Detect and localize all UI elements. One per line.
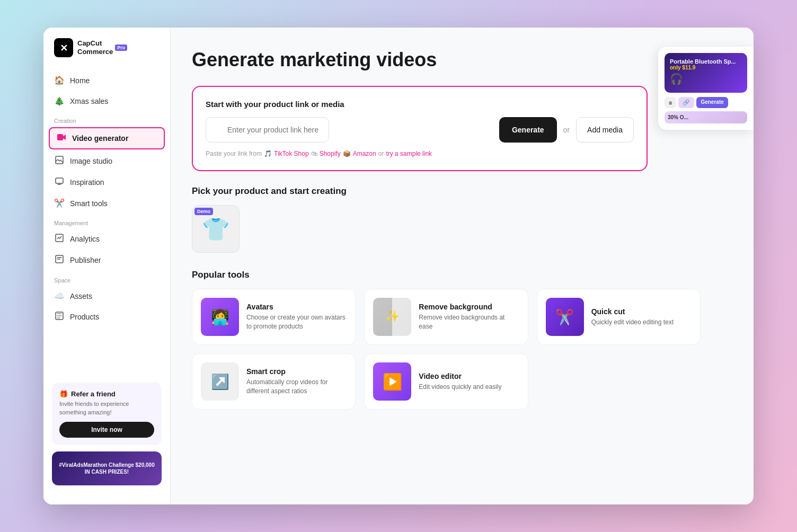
paste-hint: Paste your link from 🎵 TikTok Shop 🛍 Sho… xyxy=(206,150,634,157)
panel-action-row: ≡ 🔗 Generate xyxy=(665,97,747,108)
tool-card-video-editor[interactable]: ▶️ Video editor Edit videos quickly and … xyxy=(364,353,528,410)
panel-list-icon: ≡ xyxy=(665,97,676,108)
refer-description: Invite friends to experience something a… xyxy=(59,400,154,416)
sidebar-item-label: Publisher xyxy=(70,256,101,264)
tool-thumb-quickcut: ✂️ xyxy=(546,298,584,336)
sidebar-item-image-studio[interactable]: Image studio xyxy=(43,150,170,172)
tool-thumb-removebg: ✨ xyxy=(373,298,411,336)
product-grid: Demo 👕 xyxy=(192,205,732,253)
sidebar-item-smart-tools[interactable]: ✂️ Smart tools xyxy=(43,193,170,214)
nav-section-creation: Creation xyxy=(43,111,170,126)
sidebar: ✕ CapCutCommerce Pro 🏠 Home 🎄 Xmas sales… xyxy=(43,28,171,504)
panel-ad-top: Portable Bluetooth Sp... only $11.9 🎧 xyxy=(665,53,747,93)
sidebar-item-inspiration[interactable]: Inspiration xyxy=(43,172,170,193)
refer-card: 🎁 Refer a friend Invite friends to exper… xyxy=(52,383,162,445)
svg-text:✕: ✕ xyxy=(60,43,68,54)
pick-product-title: Pick your product and start creating xyxy=(192,186,732,197)
product-input-row: 🔗 Generate or Add media xyxy=(206,117,634,143)
invite-now-button[interactable]: Invite now xyxy=(59,422,154,438)
sidebar-item-label: Inspiration xyxy=(70,178,104,187)
tool-thumb-avatars: 👩‍💻 xyxy=(201,298,239,336)
tool-card-avatars[interactable]: 👩‍💻 Avatars Choose or create your own av… xyxy=(192,289,356,345)
promo-text: #ViralAdsMarathon Challenge $20,000 IN C… xyxy=(58,462,155,475)
shopify-link[interactable]: Shopify xyxy=(320,150,341,157)
promo-banner[interactable]: #ViralAdsMarathon Challenge $20,000 IN C… xyxy=(52,451,162,485)
add-media-button[interactable]: Add media xyxy=(576,117,634,143)
nav-section-space: Space xyxy=(43,271,170,286)
refer-title: 🎁 Refer a friend xyxy=(59,390,154,398)
analytics-icon xyxy=(54,234,65,244)
smart-tools-icon: ✂️ xyxy=(54,198,65,208)
input-wrapper: 🔗 xyxy=(206,117,493,143)
panel-discount: 30% O... xyxy=(665,111,747,123)
popular-tools-section: Popular tools 👩‍💻 Avatars Choose or crea… xyxy=(192,270,732,410)
generate-button[interactable]: Generate xyxy=(499,117,557,143)
sidebar-item-video-generator[interactable]: Video generator xyxy=(49,127,165,149)
tool-card-quick-cut[interactable]: ✂️ Quick cut Quickly edit video editing … xyxy=(537,289,701,345)
home-icon: 🏠 xyxy=(54,75,65,85)
tool-thumb-videoeditor: ▶️ xyxy=(373,362,411,401)
sidebar-bottom: 🎁 Refer a friend Invite friends to exper… xyxy=(43,374,170,494)
sidebar-item-label: Xmas sales xyxy=(70,97,108,105)
sample-link[interactable]: try a sample link xyxy=(386,150,432,157)
capcut-logo-icon: ✕ xyxy=(54,38,73,57)
panel-generate-badge[interactable]: Generate xyxy=(696,97,728,108)
sidebar-item-home[interactable]: 🏠 Home xyxy=(43,70,170,91)
quickcut-thumb-icon: ✂️ xyxy=(555,308,574,326)
tool-card-remove-background[interactable]: ✨ Remove background Remove video backgro… xyxy=(364,289,528,345)
panel-price: only $11.9 xyxy=(670,65,742,70)
panel-link-icon: 🔗 xyxy=(678,97,694,108)
sidebar-item-label: Image studio xyxy=(70,157,112,165)
main-content: Generate marketing videos Start with you… xyxy=(171,28,754,504)
sidebar-item-xmas-sales[interactable]: 🎄 Xmas sales xyxy=(43,91,170,111)
removebg-visual: ✨ xyxy=(373,298,411,336)
sidebar-item-publisher[interactable]: Publisher xyxy=(43,250,170,271)
sidebar-item-assets[interactable]: ☁️ Assets xyxy=(43,286,170,306)
tool-name-quickcut: Quick cut xyxy=(591,307,692,316)
assets-icon: ☁️ xyxy=(54,291,65,301)
tiktokshop-link[interactable]: TikTok Shop xyxy=(274,150,309,157)
tool-desc-smartcrop: Automatically crop videos for different … xyxy=(246,378,347,396)
sidebar-item-label: Video generator xyxy=(72,134,128,143)
svg-rect-4 xyxy=(56,178,63,183)
tool-card-smart-crop[interactable]: ↗️ Smart crop Automatically crop videos … xyxy=(192,353,356,410)
nav-section-management: Management xyxy=(43,214,170,228)
inspiration-icon xyxy=(54,177,65,188)
tool-desc-removebg: Remove video backgrounds at ease xyxy=(419,313,519,331)
sidebar-item-products[interactable]: Products xyxy=(43,306,170,327)
tools-grid: 👩‍💻 Avatars Choose or create your own av… xyxy=(192,289,701,410)
tool-name-smartcrop: Smart crop xyxy=(246,367,347,376)
product-link-input[interactable] xyxy=(206,117,329,143)
sidebar-item-label: Assets xyxy=(70,292,92,300)
avatars-thumb-icon: 👩‍💻 xyxy=(211,308,229,326)
tool-thumb-smartcrop: ↗️ xyxy=(201,362,239,401)
sidebar-navigation: 🏠 Home 🎄 Xmas sales Creation Video gener… xyxy=(43,70,170,374)
tool-name-avatars: Avatars xyxy=(246,303,347,311)
right-panel-teaser: Portable Bluetooth Sp... only $11.9 🎧 ≡ … xyxy=(658,47,754,130)
tool-desc-avatars: Choose or create your own avatars to pro… xyxy=(246,313,347,331)
videoeditor-thumb-icon: ▶️ xyxy=(383,373,402,391)
publisher-icon xyxy=(54,255,65,265)
svg-text:✨: ✨ xyxy=(385,309,400,323)
tool-desc-videoeditor: Edit videos quickly and easily xyxy=(419,383,519,392)
sidebar-item-analytics[interactable]: Analytics xyxy=(43,228,170,250)
smartcrop-thumb-icon: ↗️ xyxy=(211,373,229,391)
demo-badge: Demo xyxy=(194,208,213,215)
app-window: ✕ CapCutCommerce Pro 🏠 Home 🎄 Xmas sales… xyxy=(43,28,754,504)
or-divider: or xyxy=(563,126,570,134)
sidebar-item-label: Smart tools xyxy=(70,199,108,208)
product-thumb-shirt[interactable]: Demo 👕 xyxy=(192,205,240,253)
logo-name: CapCutCommerce xyxy=(77,39,113,56)
amazon-link[interactable]: Amazon xyxy=(353,150,376,157)
svg-rect-2 xyxy=(57,134,63,140)
tool-name-removebg: Remove background xyxy=(419,303,519,311)
or-text-hint: or xyxy=(378,150,384,157)
shopify-icon: 🛍 xyxy=(311,150,317,157)
image-studio-icon xyxy=(54,156,65,166)
sidebar-item-label: Analytics xyxy=(70,235,100,243)
tool-name-videoeditor: Video editor xyxy=(419,372,519,380)
sidebar-item-label: Products xyxy=(70,313,99,321)
popular-tools-title: Popular tools xyxy=(192,270,732,280)
card-subtitle: Start with your product link or media xyxy=(206,100,634,109)
panel-headphones-icon: 🎧 xyxy=(670,73,742,85)
